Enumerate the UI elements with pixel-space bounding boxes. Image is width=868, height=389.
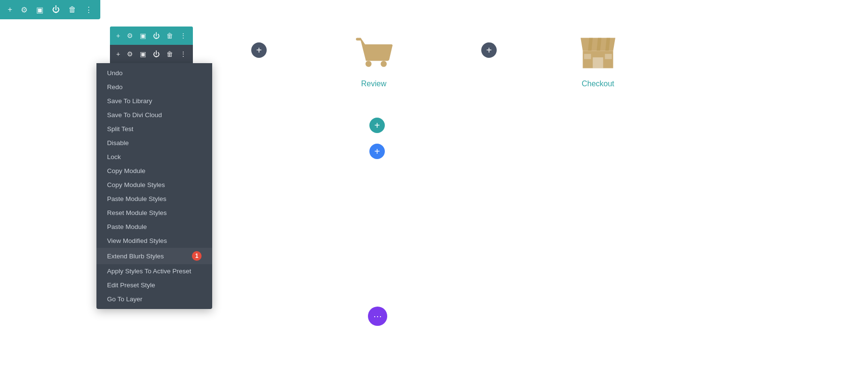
review-cart-icon (352, 31, 395, 75)
menu-item-reset-module-styles[interactable]: Reset Module Styles (96, 206, 212, 220)
extend-blurb-badge: 1 (192, 251, 202, 261)
menu-item-extend-blurb-styles[interactable]: Extend Blurb Styles 1 (96, 248, 212, 264)
svg-rect-4 (584, 54, 591, 59)
menu-item-disable[interactable]: Disable (96, 136, 212, 150)
module-checkout: Checkout (576, 31, 620, 88)
menu-item-paste-module[interactable]: Paste Module (96, 220, 212, 234)
checkout-store-icon (576, 31, 620, 75)
menu-item-copy-module-styles[interactable]: Copy Module Styles (96, 178, 212, 192)
plus-button-top-left[interactable]: + (251, 42, 267, 58)
tb-dark-layout-icon[interactable]: ▣ (138, 49, 148, 59)
tb-dark-add-icon[interactable]: + (115, 49, 122, 59)
top-layout-icon[interactable]: ▣ (34, 3, 45, 16)
tb-dark-dots-icon[interactable]: ⋮ (178, 49, 188, 59)
dots-menu-button[interactable]: ⋯ (368, 307, 387, 326)
context-menu: Undo Redo Save To Library Save To Divi C… (96, 63, 212, 309)
tb-dark-power-icon[interactable]: ⏻ (151, 49, 161, 59)
tb-teal-layout-icon[interactable]: ▣ (138, 30, 148, 41)
tb-teal-power-icon[interactable]: ⏻ (151, 30, 161, 41)
top-add-icon[interactable]: + (6, 3, 14, 16)
menu-item-go-to-layer[interactable]: Go To Layer (96, 292, 212, 306)
module-toolbar-teal: + ⚙ ▣ ⏻ 🗑 ⋮ (110, 27, 193, 45)
top-dots-icon[interactable]: ⋮ (83, 3, 95, 16)
plus-button-blue[interactable]: + (369, 144, 385, 159)
tb-teal-gear-icon[interactable]: ⚙ (125, 30, 135, 41)
module-review: Review (352, 31, 395, 88)
menu-item-save-divi-cloud[interactable]: Save To Divi Cloud (96, 108, 212, 122)
plus-button-mid[interactable]: + (481, 42, 497, 58)
module-toolbar-dark: + ⚙ ▣ ⏻ 🗑 ⋮ (110, 45, 193, 63)
menu-item-edit-preset-style[interactable]: Edit Preset Style (96, 278, 212, 292)
tb-teal-dots-icon[interactable]: ⋮ (178, 30, 188, 41)
top-gear-icon[interactable]: ⚙ (19, 3, 29, 16)
menu-item-split-test[interactable]: Split Test (96, 122, 212, 136)
menu-item-save-library[interactable]: Save To Library (96, 94, 212, 108)
svg-rect-5 (605, 54, 611, 59)
top-power-icon[interactable]: ⏻ (50, 3, 62, 16)
top-trash-icon[interactable]: 🗑 (67, 3, 78, 16)
top-toolbar: + ⚙ ▣ ⏻ 🗑 ⋮ (0, 0, 100, 19)
menu-item-redo[interactable]: Redo (96, 80, 212, 94)
svg-rect-3 (593, 57, 603, 68)
svg-point-1 (380, 61, 387, 67)
review-label: Review (361, 80, 386, 88)
plus-button-teal[interactable]: + (369, 118, 385, 133)
tb-dark-trash-icon[interactable]: 🗑 (165, 49, 175, 59)
menu-item-paste-module-styles[interactable]: Paste Module Styles (96, 192, 212, 206)
menu-item-undo[interactable]: Undo (96, 66, 212, 80)
svg-point-0 (366, 61, 372, 67)
menu-item-copy-module[interactable]: Copy Module (96, 164, 212, 178)
menu-item-apply-styles-active-preset[interactable]: Apply Styles To Active Preset (96, 264, 212, 278)
menu-item-view-modified-styles[interactable]: View Modified Styles (96, 234, 212, 248)
tb-teal-trash-icon[interactable]: 🗑 (165, 30, 175, 41)
tb-teal-add-icon[interactable]: + (115, 30, 122, 41)
menu-item-lock[interactable]: Lock (96, 150, 212, 164)
checkout-label: Checkout (582, 80, 614, 88)
tb-dark-gear-icon[interactable]: ⚙ (125, 49, 135, 59)
